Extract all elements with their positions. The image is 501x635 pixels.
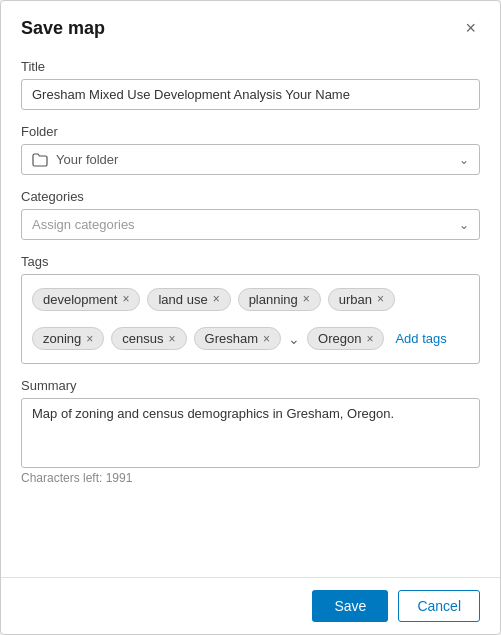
tag-zoning: zoning × [32, 327, 104, 350]
tag-label: urban [339, 292, 372, 307]
tag-land-use: land use × [147, 288, 230, 311]
tag-label: planning [249, 292, 298, 307]
folder-field-group: Folder Your folder ⌄ [21, 124, 480, 175]
tag-remove-zoning[interactable]: × [86, 333, 93, 345]
categories-chevron-down-icon: ⌄ [459, 218, 469, 232]
dialog-body: Title Folder Your folder ⌄ Categories As… [1, 51, 500, 577]
save-button[interactable]: Save [312, 590, 388, 622]
categories-field-group: Categories Assign categories ⌄ [21, 189, 480, 240]
cancel-button[interactable]: Cancel [398, 590, 480, 622]
tags-container: development × land use × planning × urba… [21, 274, 480, 364]
tag-label: Gresham [205, 331, 258, 346]
tag-remove-oregon[interactable]: × [366, 333, 373, 345]
tag-label: Oregon [318, 331, 361, 346]
folder-icon [32, 153, 48, 167]
chars-left-text: Characters left: 1991 [21, 471, 480, 485]
summary-textarea[interactable]: Map of zoning and census demographics in… [21, 398, 480, 468]
title-field-group: Title [21, 59, 480, 110]
tag-label: census [122, 331, 163, 346]
tag-label: land use [158, 292, 207, 307]
tag-oregon: Oregon × [307, 327, 384, 350]
categories-placeholder: Assign categories [32, 217, 135, 232]
tag-remove-development[interactable]: × [122, 293, 129, 305]
tags-collapse-icon[interactable]: ⌄ [288, 332, 300, 346]
summary-label: Summary [21, 378, 480, 393]
tag-remove-land-use[interactable]: × [213, 293, 220, 305]
tag-remove-gresham[interactable]: × [263, 333, 270, 345]
tag-gresham: Gresham × [194, 327, 281, 350]
tag-label: zoning [43, 331, 81, 346]
tag-planning: planning × [238, 288, 321, 311]
folder-label: Folder [21, 124, 480, 139]
tag-remove-planning[interactable]: × [303, 293, 310, 305]
dialog-footer: Save Cancel [1, 577, 500, 634]
title-input[interactable] [21, 79, 480, 110]
tags-field-group: Tags development × land use × planning ×… [21, 254, 480, 364]
tags-label: Tags [21, 254, 480, 269]
tag-remove-urban[interactable]: × [377, 293, 384, 305]
tag-urban: urban × [328, 288, 395, 311]
folder-dropdown[interactable]: Your folder ⌄ [21, 144, 480, 175]
tag-label: development [43, 292, 117, 307]
folder-value: Your folder [56, 152, 118, 167]
close-button[interactable]: × [461, 17, 480, 39]
title-label: Title [21, 59, 480, 74]
folder-chevron-down-icon: ⌄ [459, 153, 469, 167]
add-tags-button[interactable]: Add tags [391, 328, 450, 349]
save-map-dialog: Save map × Title Folder Your folder ⌄ [0, 0, 501, 635]
dialog-header: Save map × [1, 1, 500, 51]
tag-remove-census[interactable]: × [169, 333, 176, 345]
dialog-title: Save map [21, 18, 105, 39]
tag-development: development × [32, 288, 140, 311]
categories-dropdown[interactable]: Assign categories ⌄ [21, 209, 480, 240]
tag-census: census × [111, 327, 186, 350]
categories-label: Categories [21, 189, 480, 204]
summary-field-group: Summary Map of zoning and census demogra… [21, 378, 480, 485]
